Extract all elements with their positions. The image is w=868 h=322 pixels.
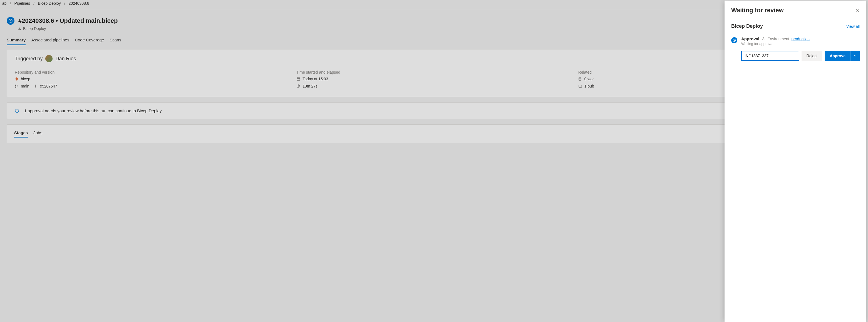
svg-point-8 xyxy=(35,86,36,87)
review-flyout-panel: Waiting for review Bicep Deploy View all… xyxy=(724,1,866,322)
breadcrumb-pipeline-name[interactable]: Bicep Deploy xyxy=(38,1,61,5)
tab-scans[interactable]: Scans xyxy=(110,37,121,45)
tab-summary[interactable]: Summary xyxy=(7,37,26,45)
svg-point-5 xyxy=(15,85,16,86)
tab-stages[interactable]: Stages xyxy=(14,130,28,137)
approval-title: Approval xyxy=(741,36,759,41)
chevron-down-icon xyxy=(854,54,857,58)
breadcrumb-separator: / xyxy=(10,1,11,5)
breadcrumb-separator: / xyxy=(64,1,65,5)
svg-point-6 xyxy=(15,87,16,88)
work-item-icon xyxy=(578,77,582,81)
triggered-by-label: Triggered by xyxy=(15,56,42,62)
tab-code-coverage[interactable]: Code Coverage xyxy=(75,37,104,45)
view-all-link[interactable]: View all xyxy=(846,24,860,29)
flyout-title: Waiting for review xyxy=(731,7,784,14)
approval-info-text: 1 approval needs your review before this… xyxy=(24,108,161,113)
more-options-icon[interactable]: ⋮ xyxy=(852,36,860,43)
status-clock-icon xyxy=(7,17,14,25)
approval-status-text: Waiting for approval xyxy=(741,42,810,46)
repo-icon xyxy=(15,77,19,81)
artifacts-count[interactable]: 1 pub xyxy=(584,84,594,88)
pipeline-icon xyxy=(18,27,22,31)
svg-point-7 xyxy=(17,85,18,86)
svg-rect-4 xyxy=(20,29,21,30)
svg-rect-2 xyxy=(19,28,19,30)
flyout-pipeline-name: Bicep Deploy xyxy=(731,23,763,29)
repo-name[interactable]: bicep xyxy=(21,77,30,81)
svg-rect-1 xyxy=(18,29,19,30)
approve-button[interactable]: Approve xyxy=(825,51,850,61)
commit-icon xyxy=(34,85,37,88)
close-icon[interactable] xyxy=(855,8,860,12)
triggered-by-user[interactable]: Dan Rios xyxy=(55,56,76,62)
approval-comment-input[interactable] xyxy=(741,51,799,61)
info-icon xyxy=(15,109,19,113)
page-title: #20240308.6 • Updated main.bicep xyxy=(18,17,118,25)
branch-name[interactable]: main xyxy=(21,84,29,88)
calendar-icon xyxy=(297,77,300,81)
pipeline-subtitle[interactable]: Bicep Deploy xyxy=(23,26,46,31)
reject-button[interactable]: Reject xyxy=(802,51,823,61)
work-items-count[interactable]: 0 wor xyxy=(584,77,594,81)
breadcrumb-pipelines[interactable]: Pipelines xyxy=(14,1,30,5)
approval-status-icon xyxy=(731,37,737,43)
svg-rect-12 xyxy=(579,85,582,88)
environment-link[interactable]: production xyxy=(792,37,810,41)
time-elapsed: 13m 27s xyxy=(303,84,317,88)
environment-label: Environment xyxy=(767,37,789,41)
time-label: Time started and elapsed xyxy=(297,70,571,74)
clock-icon xyxy=(297,84,300,88)
commit-hash[interactable]: e5207547 xyxy=(40,84,57,88)
flask-icon xyxy=(762,37,765,40)
breadcrumb-project[interactable]: ab xyxy=(2,1,7,5)
repo-version-label: Repository and version xyxy=(15,70,290,74)
avatar[interactable] xyxy=(45,55,53,62)
artifact-icon xyxy=(578,84,582,88)
tab-jobs[interactable]: Jobs xyxy=(33,130,42,137)
breadcrumb-run-id[interactable]: 20240308.6 xyxy=(69,1,89,5)
svg-rect-9 xyxy=(297,78,300,80)
approve-dropdown-button[interactable] xyxy=(850,51,860,61)
branch-icon xyxy=(15,84,19,88)
time-started: Today at 15:03 xyxy=(303,77,328,81)
breadcrumb-separator: / xyxy=(33,1,34,5)
svg-rect-3 xyxy=(20,28,20,30)
tab-associated-pipelines[interactable]: Associated pipelines xyxy=(31,37,69,45)
